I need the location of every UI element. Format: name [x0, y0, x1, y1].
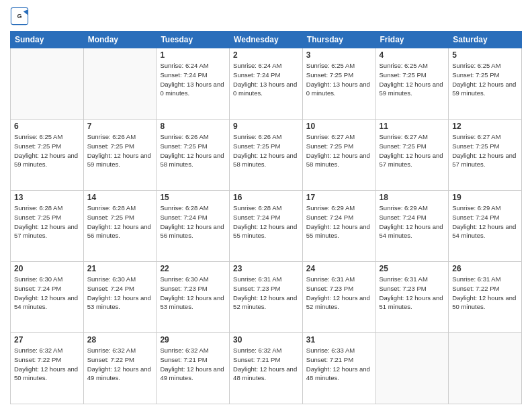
day-number: 23 [233, 264, 299, 273]
day-number: 2 [233, 50, 299, 60]
day-info: Sunrise: 6:30 AM Sunset: 7:24 PM Dayligh… [87, 275, 153, 312]
day-info: Sunrise: 6:29 AM Sunset: 7:24 PM Dayligh… [306, 203, 372, 240]
day-info: Sunrise: 6:27 AM Sunset: 7:25 PM Dayligh… [380, 132, 445, 169]
calendar-day-header: Wednesday [230, 32, 303, 48]
day-info: Sunrise: 6:31 AM Sunset: 7:23 PM Dayligh… [380, 275, 445, 312]
calendar-cell: 26 Sunrise: 6:31 AM Sunset: 7:22 PM Dayl… [449, 262, 522, 333]
svg-text:G: G [17, 13, 21, 19]
calendar-cell: 17 Sunrise: 6:29 AM Sunset: 7:24 PM Dayl… [302, 191, 375, 262]
day-number: 28 [87, 335, 153, 345]
day-number: 18 [380, 193, 445, 202]
day-number: 5 [452, 50, 518, 60]
calendar-cell: 15 Sunrise: 6:28 AM Sunset: 7:24 PM Dayl… [157, 191, 230, 262]
day-info: Sunrise: 6:28 AM Sunset: 7:24 PM Dayligh… [233, 203, 299, 240]
day-number: 27 [14, 335, 80, 345]
day-number: 15 [160, 193, 226, 202]
calendar-cell [375, 333, 449, 404]
day-info: Sunrise: 6:25 AM Sunset: 7:25 PM Dayligh… [380, 61, 445, 98]
calendar-cell: 11 Sunrise: 6:27 AM Sunset: 7:25 PM Dayl… [375, 120, 449, 191]
day-number: 4 [380, 50, 445, 60]
calendar-day-header: Thursday [302, 32, 375, 48]
day-info: Sunrise: 6:30 AM Sunset: 7:23 PM Dayligh… [160, 275, 226, 312]
calendar-cell: 31 Sunrise: 6:33 AM Sunset: 7:21 PM Dayl… [302, 333, 375, 404]
day-number: 17 [306, 193, 372, 202]
calendar-cell: 6 Sunrise: 6:25 AM Sunset: 7:25 PM Dayli… [11, 120, 84, 191]
calendar-cell: 20 Sunrise: 6:30 AM Sunset: 7:24 PM Dayl… [11, 262, 84, 333]
day-number: 31 [306, 335, 372, 345]
calendar-cell: 3 Sunrise: 6:25 AM Sunset: 7:25 PM Dayli… [302, 48, 375, 120]
day-number: 21 [87, 264, 153, 273]
calendar-cell: 10 Sunrise: 6:27 AM Sunset: 7:25 PM Dayl… [302, 120, 375, 191]
day-number: 6 [14, 122, 80, 131]
calendar-cell: 2 Sunrise: 6:24 AM Sunset: 7:24 PM Dayli… [230, 48, 303, 120]
day-number: 22 [160, 264, 226, 273]
day-number: 29 [160, 335, 226, 345]
day-number: 12 [452, 122, 518, 131]
calendar-day-header: Sunday [11, 32, 84, 48]
calendar-cell: 25 Sunrise: 6:31 AM Sunset: 7:23 PM Dayl… [375, 262, 449, 333]
calendar-cell: 18 Sunrise: 6:29 AM Sunset: 7:24 PM Dayl… [375, 191, 449, 262]
day-number: 10 [306, 122, 372, 131]
logo: G [10, 7, 32, 26]
day-info: Sunrise: 6:25 AM Sunset: 7:25 PM Dayligh… [452, 61, 518, 98]
calendar-cell: 4 Sunrise: 6:25 AM Sunset: 7:25 PM Dayli… [375, 48, 449, 120]
calendar-cell: 24 Sunrise: 6:31 AM Sunset: 7:23 PM Dayl… [302, 262, 375, 333]
day-number: 9 [233, 122, 299, 131]
calendar-cell: 9 Sunrise: 6:26 AM Sunset: 7:25 PM Dayli… [230, 120, 303, 191]
day-info: Sunrise: 6:27 AM Sunset: 7:25 PM Dayligh… [306, 132, 372, 169]
day-info: Sunrise: 6:28 AM Sunset: 7:24 PM Dayligh… [160, 203, 226, 240]
day-info: Sunrise: 6:24 AM Sunset: 7:24 PM Dayligh… [160, 61, 226, 98]
calendar-cell: 29 Sunrise: 6:32 AM Sunset: 7:21 PM Dayl… [157, 333, 230, 404]
day-info: Sunrise: 6:24 AM Sunset: 7:24 PM Dayligh… [233, 61, 299, 98]
calendar-cell: 7 Sunrise: 6:26 AM Sunset: 7:25 PM Dayli… [83, 120, 157, 191]
day-info: Sunrise: 6:31 AM Sunset: 7:22 PM Dayligh… [452, 275, 518, 312]
day-info: Sunrise: 6:31 AM Sunset: 7:23 PM Dayligh… [306, 275, 372, 312]
calendar-day-header: Saturday [449, 32, 522, 48]
calendar-cell: 27 Sunrise: 6:32 AM Sunset: 7:22 PM Dayl… [11, 333, 84, 404]
day-info: Sunrise: 6:26 AM Sunset: 7:25 PM Dayligh… [87, 132, 153, 169]
day-info: Sunrise: 6:27 AM Sunset: 7:25 PM Dayligh… [452, 132, 518, 169]
calendar-cell: 8 Sunrise: 6:26 AM Sunset: 7:25 PM Dayli… [157, 120, 230, 191]
calendar-day-header: Friday [375, 32, 449, 48]
day-info: Sunrise: 6:31 AM Sunset: 7:23 PM Dayligh… [233, 275, 299, 312]
calendar-cell: 13 Sunrise: 6:28 AM Sunset: 7:25 PM Dayl… [11, 191, 84, 262]
calendar-table: SundayMondayTuesdayWednesdayThursdayFrid… [10, 31, 522, 404]
day-info: Sunrise: 6:32 AM Sunset: 7:21 PM Dayligh… [160, 346, 226, 383]
calendar-cell: 12 Sunrise: 6:27 AM Sunset: 7:25 PM Dayl… [449, 120, 522, 191]
day-number: 3 [306, 50, 372, 60]
day-info: Sunrise: 6:28 AM Sunset: 7:25 PM Dayligh… [87, 203, 153, 240]
day-info: Sunrise: 6:32 AM Sunset: 7:22 PM Dayligh… [87, 346, 153, 383]
day-number: 11 [380, 122, 445, 131]
day-number: 30 [233, 335, 299, 345]
day-number: 1 [160, 50, 226, 60]
calendar-cell [11, 48, 84, 120]
day-info: Sunrise: 6:29 AM Sunset: 7:24 PM Dayligh… [452, 203, 518, 240]
calendar-cell: 5 Sunrise: 6:25 AM Sunset: 7:25 PM Dayli… [449, 48, 522, 120]
day-info: Sunrise: 6:29 AM Sunset: 7:24 PM Dayligh… [380, 203, 445, 240]
day-info: Sunrise: 6:32 AM Sunset: 7:21 PM Dayligh… [233, 346, 299, 383]
day-number: 14 [87, 193, 153, 202]
calendar-day-header: Tuesday [157, 32, 230, 48]
day-number: 26 [452, 264, 518, 273]
day-number: 20 [14, 264, 80, 273]
day-info: Sunrise: 6:32 AM Sunset: 7:22 PM Dayligh… [14, 346, 80, 383]
day-info: Sunrise: 6:28 AM Sunset: 7:25 PM Dayligh… [14, 203, 80, 240]
day-info: Sunrise: 6:26 AM Sunset: 7:25 PM Dayligh… [233, 132, 299, 169]
day-number: 16 [233, 193, 299, 202]
day-info: Sunrise: 6:26 AM Sunset: 7:25 PM Dayligh… [160, 132, 226, 169]
day-number: 25 [380, 264, 445, 273]
logo-icon: G [10, 7, 29, 26]
calendar-cell: 16 Sunrise: 6:28 AM Sunset: 7:24 PM Dayl… [230, 191, 303, 262]
calendar-cell: 30 Sunrise: 6:32 AM Sunset: 7:21 PM Dayl… [230, 333, 303, 404]
day-info: Sunrise: 6:30 AM Sunset: 7:24 PM Dayligh… [14, 275, 80, 312]
day-info: Sunrise: 6:33 AM Sunset: 7:21 PM Dayligh… [306, 346, 372, 383]
calendar-cell: 1 Sunrise: 6:24 AM Sunset: 7:24 PM Dayli… [157, 48, 230, 120]
day-number: 13 [14, 193, 80, 202]
day-number: 24 [306, 264, 372, 273]
calendar-cell: 21 Sunrise: 6:30 AM Sunset: 7:24 PM Dayl… [83, 262, 157, 333]
day-info: Sunrise: 6:25 AM Sunset: 7:25 PM Dayligh… [306, 61, 372, 98]
day-number: 7 [87, 122, 153, 131]
calendar-cell: 28 Sunrise: 6:32 AM Sunset: 7:22 PM Dayl… [83, 333, 157, 404]
calendar-cell: 23 Sunrise: 6:31 AM Sunset: 7:23 PM Dayl… [230, 262, 303, 333]
calendar-cell [83, 48, 157, 120]
